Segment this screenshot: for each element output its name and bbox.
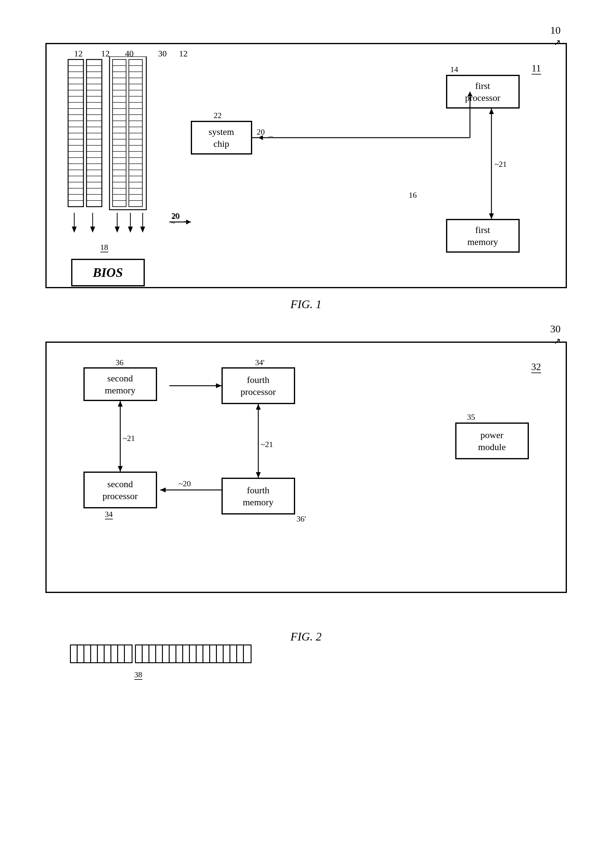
- svg-marker-108: [186, 220, 191, 225]
- svg-marker-117: [489, 108, 494, 114]
- fig1-box-label: 11: [532, 62, 541, 74]
- svg-text:~21: ~21: [123, 434, 135, 443]
- powermod-box: power module: [455, 423, 529, 459]
- fig1-main-box: 11 12 12 40 30 12: [45, 43, 567, 288]
- fourthmem-box: fourth memory: [222, 478, 295, 515]
- svg-marker-134: [216, 383, 222, 388]
- svg-marker-121: [258, 135, 263, 140]
- fig2-caption: FIG. 2: [45, 630, 567, 643]
- dimm-slots-svg: [65, 56, 169, 240]
- svg-text:⌒: ⌒: [267, 135, 274, 143]
- svg-marker-118: [489, 213, 494, 219]
- firstproc-box: first processor: [446, 75, 520, 108]
- svg-marker-103: [128, 226, 133, 233]
- svg-marker-124: [118, 466, 123, 471]
- fig1-caption: FIG. 1: [45, 298, 567, 311]
- page: 10 ↗ 11 12 12 40 30 12: [0, 0, 612, 868]
- svg-marker-130: [256, 404, 261, 410]
- svg-marker-99: [90, 226, 95, 233]
- svg-marker-123: [118, 401, 123, 406]
- connector-pins-row: [70, 645, 252, 663]
- svg-marker-97: [72, 226, 77, 233]
- svg-marker-105: [140, 226, 145, 233]
- bios-box: BIOS: [71, 259, 145, 286]
- powermod-num-label: 35: [467, 413, 475, 422]
- fourthproc-num-label: 34': [255, 358, 265, 367]
- syschip-label-num: 22: [214, 111, 222, 120]
- connector-num-label: 38: [134, 670, 142, 679]
- dimm-label-12c: 12: [179, 49, 188, 59]
- secondmem-num-label: 36: [116, 358, 124, 367]
- svg-text:~21: ~21: [494, 160, 507, 169]
- fourthproc-box: fourth processor: [222, 367, 295, 404]
- svg-marker-131: [256, 472, 261, 478]
- fig2-main-box: 32 36 second memory 34 second processor …: [45, 341, 567, 593]
- fig1-container: 10 ↗ 11 12 12 40 30 12: [45, 43, 567, 311]
- svg-marker-101: [115, 226, 120, 233]
- svg-line-120: [261, 102, 467, 139]
- syschip-box: system chip: [191, 121, 252, 155]
- firstmem-label-num: 16: [409, 191, 417, 200]
- svg-text:20: 20: [257, 127, 265, 136]
- firstproc-label-num: 14: [450, 65, 458, 74]
- secondproc-box: second processor: [84, 471, 157, 508]
- firstmem-box: first memory: [446, 219, 520, 253]
- svg-text:~21: ~21: [261, 440, 273, 449]
- bios-label-num: 18: [100, 243, 108, 252]
- secondmem-box: second memory: [84, 367, 157, 401]
- bus-tilde-left: ~: [171, 219, 175, 227]
- svg-marker-127: [160, 488, 166, 492]
- fourthmem-num-label: 36': [297, 515, 306, 524]
- fig2-box-label: 32: [531, 361, 541, 373]
- fig2-container: 30 ↗ 32 36 second memory 34 second proce: [45, 341, 567, 643]
- svg-text:⌒: ⌒: [183, 220, 189, 228]
- svg-text:~20: ~20: [179, 479, 191, 488]
- secondproc-num-label: 34: [105, 510, 113, 519]
